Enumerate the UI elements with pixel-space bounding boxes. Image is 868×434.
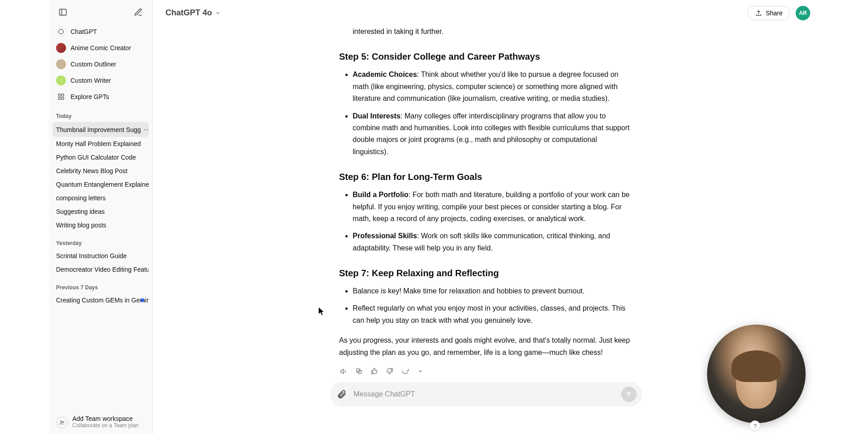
svg-point-7 — [61, 421, 62, 423]
refresh-icon — [401, 368, 409, 375]
svg-marker-10 — [340, 369, 343, 373]
chat-title: Creating Custom GEMs in Gemin — [56, 297, 149, 304]
nav-explore-gpts[interactable]: Explore GPTs — [52, 89, 149, 105]
nav-anime-comic-creator[interactable]: Anime Comic Creator — [52, 40, 149, 56]
team-title: Add Team workspace — [72, 415, 139, 422]
chat-list-today: Thumbnail Improvement Sugg ⋯ Monty Hall … — [49, 122, 152, 232]
step5-heading: Step 5: Consider College and Career Path… — [339, 49, 633, 64]
list-item: Balance is key! Make time for relaxation… — [353, 285, 633, 297]
chat-title: Scrintal Instruction Guide — [56, 252, 127, 259]
nav-chatgpt[interactable]: ChatGPT — [52, 24, 149, 40]
section-yesterday-label: Yesterday — [49, 232, 152, 249]
assistant-message: interested in taking it further. Step 5:… — [339, 26, 633, 376]
main: ChatGPT 4o Share AR interested in taking… — [153, 0, 819, 434]
collapse-sidebar-button[interactable] — [55, 5, 71, 20]
model-switcher-button[interactable]: ChatGPT 4o — [162, 5, 225, 20]
chevron-down-icon — [418, 368, 423, 374]
svg-rect-4 — [61, 94, 64, 96]
model-menu-button[interactable] — [416, 367, 425, 376]
chat-title: Celebrity News Blog Post — [56, 167, 127, 175]
chat-item[interactable]: Celebrity News Blog Post — [52, 164, 149, 178]
chat-item[interactable]: Suggesting ideas — [52, 205, 149, 218]
help-button[interactable]: ? — [750, 420, 760, 431]
paperclip-icon — [337, 389, 347, 399]
thumbs-down-icon — [386, 368, 393, 375]
nav-label: Custom Writer — [71, 77, 111, 84]
unread-dot-icon — [141, 298, 144, 302]
share-label: Share — [766, 9, 783, 17]
read-aloud-button[interactable] — [339, 367, 348, 376]
chat-item[interactable]: Quantum Entanglement Explained — [52, 178, 149, 191]
profile-avatar[interactable]: AR — [796, 6, 810, 20]
thumbs-up-icon — [371, 368, 378, 375]
team-subtitle: Collaborate on a Team plan — [72, 422, 139, 429]
chat-list-prev7: Creating Custom GEMs in Gemin — [49, 293, 152, 307]
closing-text: As you progress, your interests and goal… — [339, 335, 633, 359]
add-team-workspace-button[interactable]: Add Team workspace Collaborate on a Team… — [52, 411, 149, 432]
upload-icon — [755, 9, 762, 17]
chat-item[interactable]: Writing blog posts — [52, 218, 149, 232]
chat-item[interactable]: Democreator Video Editing Featur — [52, 263, 149, 276]
chat-options-button[interactable]: ⋯ — [141, 125, 149, 134]
send-button[interactable] — [621, 387, 637, 402]
chat-item[interactable]: Python GUI Calculator Code — [52, 151, 149, 164]
chat-title: Thumbnail Improvement Sugg — [56, 126, 141, 133]
message-actions — [339, 367, 633, 376]
nav-label: Explore GPTs — [71, 93, 109, 100]
list-item: Academic Choices: Think about whether yo… — [353, 69, 633, 104]
nav-label: Anime Comic Creator — [71, 44, 131, 52]
svg-point-2 — [59, 29, 64, 34]
nav-label: Custom Outliner — [71, 61, 116, 68]
new-chat-button[interactable] — [131, 5, 146, 20]
step6-heading: Step 6: Plan for Long-Term Goals — [339, 170, 633, 184]
speaker-icon — [340, 368, 348, 375]
sidebar-icon — [58, 8, 67, 17]
svg-point-8 — [62, 421, 64, 423]
chevron-down-icon — [215, 10, 221, 16]
nav-custom-writer[interactable]: Custom Writer — [52, 72, 149, 89]
share-button[interactable]: Share — [747, 6, 790, 20]
nav-custom-outliner[interactable]: Custom Outliner — [52, 56, 149, 72]
nav-list: ChatGPT Anime Comic Creator Custom Outli… — [49, 24, 152, 105]
grid-icon — [56, 92, 66, 102]
section-today-label: Today — [49, 105, 152, 122]
chat-item[interactable]: Thumbnail Improvement Sugg ⋯ — [52, 122, 149, 137]
step7-heading: Step 7: Keep Relaxing and Reflecting — [339, 266, 633, 281]
copy-button[interactable] — [354, 367, 363, 376]
webcam-overlay — [707, 325, 806, 423]
chat-item[interactable]: composing letters — [52, 191, 149, 205]
thumbs-down-button[interactable] — [385, 367, 394, 376]
chat-title: composing letters — [56, 194, 106, 202]
message-text: interested in taking it further. — [339, 26, 633, 38]
composer — [330, 382, 642, 406]
chat-title: Suggesting ideas — [56, 208, 104, 215]
svg-rect-0 — [60, 9, 66, 15]
topbar: ChatGPT 4o Share AR — [153, 0, 819, 26]
list-item: Dual Interests: Many colleges offer inte… — [353, 110, 633, 158]
chatgpt-logo-icon — [56, 27, 66, 37]
chat-item[interactable]: Monty Hall Problem Explained — [52, 137, 149, 151]
team-icon — [56, 417, 68, 429]
arrow-up-icon — [625, 391, 632, 398]
compose-icon — [134, 8, 143, 17]
list-item: Professional Skills: Work on soft skills… — [353, 230, 633, 254]
attach-button[interactable] — [335, 388, 348, 401]
chat-title: Democreator Video Editing Featur — [56, 266, 149, 273]
chat-title: Monty Hall Problem Explained — [56, 140, 141, 147]
chat-title: Writing blog posts — [56, 222, 106, 229]
message-input[interactable] — [354, 390, 616, 398]
list-item: Build a Portfolio: For both math and lit… — [353, 189, 633, 225]
svg-rect-5 — [58, 97, 61, 99]
chat-list-yesterday: Scrintal Instruction Guide Democreator V… — [49, 249, 152, 276]
chat-item[interactable]: Creating Custom GEMs in Gemin — [52, 293, 149, 307]
regenerate-button[interactable] — [401, 367, 410, 376]
gpt-avatar-icon — [56, 59, 66, 69]
list-item: Reflect regularly on what you enjoy most… — [353, 302, 633, 326]
svg-rect-3 — [58, 94, 61, 96]
chat-title: Python GUI Calculator Code — [56, 154, 136, 161]
chat-item[interactable]: Scrintal Instruction Guide — [52, 249, 149, 263]
chat-title: Quantum Entanglement Explained — [56, 181, 149, 188]
svg-rect-6 — [61, 97, 64, 99]
copy-icon — [355, 368, 363, 375]
thumbs-up-button[interactable] — [370, 367, 379, 376]
